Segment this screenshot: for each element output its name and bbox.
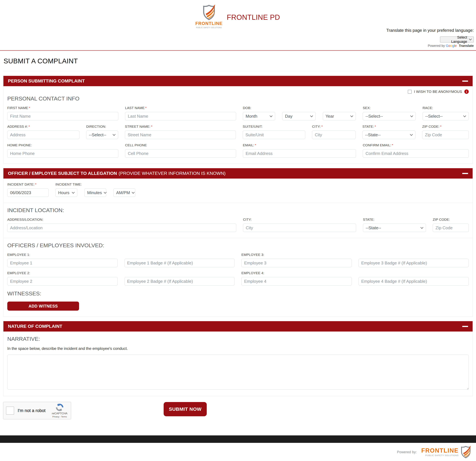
incident-city-input[interactable]: [243, 224, 356, 232]
employee1-badge-input[interactable]: [124, 259, 235, 267]
required-mark: *: [322, 125, 323, 128]
employee4-name-input[interactable]: [241, 277, 352, 285]
zip-code-label: ZIP CODE:: [422, 125, 439, 128]
incident-zip-field: ZIP CODE:: [433, 218, 469, 232]
state-select[interactable]: --State--: [362, 131, 415, 139]
employee4-badge-input[interactable]: [358, 277, 469, 285]
race-select[interactable]: --Select--: [423, 112, 469, 120]
first-name-input[interactable]: [7, 112, 118, 120]
city-label: CITY:: [312, 125, 321, 128]
incident-address-input[interactable]: [7, 224, 236, 232]
dob-month-select[interactable]: Month: [243, 112, 275, 120]
incident-time-label: INCIDENT TIME:: [55, 182, 135, 186]
logo-name: FRONTLINE: [196, 21, 223, 26]
footer: Powered by: FRONTLINE PUBLIC SAFETY SOLU…: [0, 443, 476, 461]
incident-address-field: ADDRESS/LOCATION:: [7, 218, 236, 232]
recaptcha-label: I'm not a robot: [18, 408, 51, 413]
suite-unit-field: SUITE/UNIT:: [243, 125, 305, 139]
employee4-field: EMPLOYEE 4:: [241, 271, 469, 285]
home-phone-input[interactable]: [7, 149, 118, 158]
cell-phone-input[interactable]: [125, 149, 236, 158]
city-input[interactable]: [312, 131, 356, 139]
required-mark: *: [440, 125, 441, 128]
translate-word: Translate: [459, 44, 474, 47]
confirm-email-field: CONFIRM EMAIL:*: [363, 143, 469, 158]
email-label: EMAIL:: [243, 143, 254, 147]
required-mark: *: [28, 125, 30, 128]
language-select[interactable]: Select Language: [440, 36, 474, 43]
address-number-input[interactable]: [7, 131, 79, 139]
employee2-name-input[interactable]: [7, 277, 118, 285]
narrative-instructions: In the space below, describe the inciden…: [7, 346, 469, 351]
info-icon[interactable]: i: [464, 89, 469, 94]
officer-section-title: OFFICER / EMPLOYEE SUBJECT TO ALLEGATION: [8, 171, 117, 176]
incident-date-input[interactable]: [7, 188, 49, 197]
cell-phone-field: CELL PHONE: [125, 143, 236, 158]
recaptcha-checkbox[interactable]: [6, 407, 14, 415]
confirm-email-label: CONFIRM EMAIL:: [363, 143, 391, 147]
page-header: FRONTLINE PUBLIC SAFETY SOLUTIONS FRONTL…: [0, 0, 476, 51]
nature-section: NATURE OF COMPLAINT NARRATIVE: In the sp…: [3, 321, 473, 396]
direction-select[interactable]: --Select--: [86, 131, 118, 139]
email-input[interactable]: [243, 149, 356, 158]
frontline-logo: FRONTLINE PUBLIC SAFETY SOLUTIONS: [196, 4, 222, 28]
incident-time-hours-select[interactable]: Hours: [55, 188, 77, 197]
recaptcha-widget: I'm not a robot reCAPTCHA Privacy - Term…: [3, 402, 71, 419]
last-name-input[interactable]: [125, 112, 236, 120]
address-number-field: ADDRESS #:*: [7, 125, 79, 139]
person-section-title: PERSON SUBMITTING COMPLAINT: [8, 78, 85, 84]
anonymous-checkbox[interactable]: [408, 90, 412, 94]
employee1-name-input[interactable]: [7, 259, 118, 267]
dob-day-select[interactable]: Day: [282, 112, 316, 120]
street-name-label: STREET NAME:: [125, 125, 150, 128]
footer-frontline-logo: FRONTLINE PUBLIC SAFETY SOLUTIONS: [421, 445, 472, 459]
chevron-down-icon: [410, 134, 413, 136]
sex-label: SEX:: [363, 106, 416, 110]
employee2-label: EMPLOYEE 2:: [7, 271, 235, 275]
employee3-name-input[interactable]: [241, 259, 352, 267]
dob-year-select[interactable]: Year: [323, 112, 356, 120]
street-name-input[interactable]: [125, 131, 236, 139]
anonymous-label: I WISH TO BE ANONYMOUS: [414, 90, 462, 94]
sex-select[interactable]: --Select--: [363, 112, 416, 120]
zip-code-input[interactable]: [422, 131, 469, 139]
language-select-value: Select Language: [442, 35, 467, 44]
confirm-email-input[interactable]: [363, 149, 469, 158]
required-mark: *: [375, 125, 376, 128]
translate-widget: Translate this page in your preferred la…: [0, 28, 476, 48]
person-section: PERSON SUBMITTING COMPLAINT I WISH TO BE…: [3, 76, 473, 164]
incident-zip-input[interactable]: [433, 224, 469, 232]
employee2-badge-input[interactable]: [124, 277, 235, 285]
employee1-label: EMPLOYEE 1:: [7, 253, 235, 257]
required-mark: *: [255, 143, 256, 147]
nature-section-header[interactable]: NATURE OF COMPLAINT: [3, 321, 473, 332]
chevron-down-icon: [310, 115, 313, 117]
narrative-textarea[interactable]: [7, 355, 469, 390]
recaptcha-privacy-terms[interactable]: Privacy - Terms: [52, 416, 67, 418]
suite-unit-input[interactable]: [243, 131, 305, 139]
chevron-down-icon: [269, 115, 273, 117]
collapse-icon[interactable]: [462, 173, 468, 174]
required-mark: *: [35, 182, 36, 186]
zip-code-field: ZIP CODE:*: [422, 125, 469, 139]
shield-flame-icon: [460, 445, 472, 459]
incident-time-minutes-select[interactable]: Minutes: [85, 188, 106, 197]
collapse-icon[interactable]: [462, 81, 468, 82]
add-witness-button[interactable]: ADD WITNESS: [7, 302, 79, 311]
incident-time-ampm-select[interactable]: AM/PM: [113, 188, 135, 197]
recaptcha-swirl-icon: [56, 403, 64, 411]
chevron-down-icon: [112, 134, 116, 136]
chevron-down-icon: [463, 115, 466, 117]
collapse-icon[interactable]: [462, 326, 468, 327]
employee4-label: EMPLOYEE 4:: [241, 271, 469, 275]
submit-button[interactable]: SUBMIT NOW: [164, 402, 207, 416]
incident-state-select[interactable]: --State--: [363, 224, 426, 232]
required-mark: *: [151, 125, 152, 128]
person-section-header[interactable]: PERSON SUBMITTING COMPLAINT: [3, 76, 473, 86]
chevron-down-icon: [132, 192, 135, 194]
home-phone-field: HOME PHONE:: [7, 143, 118, 158]
employee3-badge-input[interactable]: [358, 259, 469, 267]
officer-section-header[interactable]: OFFICER / EMPLOYEE SUBJECT TO ALLEGATION…: [3, 168, 473, 179]
home-phone-label: HOME PHONE:: [7, 143, 118, 147]
dob-label: DOB:: [243, 106, 356, 110]
